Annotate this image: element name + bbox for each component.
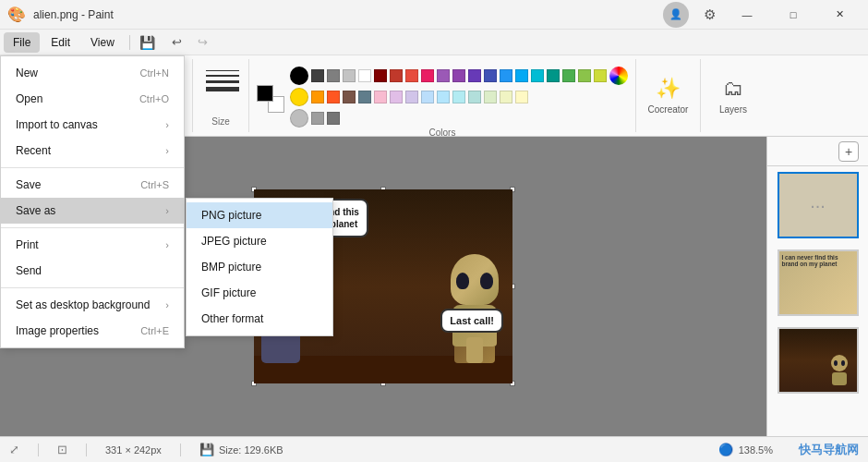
color-cyan-light[interactable] (452, 91, 465, 103)
save-bmp[interactable]: BMP picture (187, 254, 332, 280)
layer-item-2[interactable]: I can never find this brand on my planet (778, 249, 859, 316)
close-button[interactable]: ✕ (818, 0, 861, 30)
color-blue-gray[interactable] (358, 91, 371, 103)
color-light-gray[interactable] (343, 69, 356, 82)
maximize-button[interactable]: □ (772, 0, 814, 30)
status-divider-3 (180, 444, 181, 456)
save-jpeg[interactable]: JPEG picture (187, 228, 332, 254)
layer-2-text: I can never find this brand on my planet (782, 254, 854, 267)
save-gif[interactable]: GIF picture (187, 280, 332, 306)
color-lime-light[interactable] (500, 91, 512, 103)
color-pink[interactable] (421, 69, 434, 82)
color-teal-light[interactable] (468, 91, 481, 103)
color-purple-light[interactable] (390, 91, 403, 103)
menu-print[interactable]: Print › (1, 232, 184, 258)
set-desktop-label: Set as desktop background (16, 298, 150, 311)
menu-divider (129, 35, 130, 50)
dimensions-text: 331 × 242px (105, 444, 162, 456)
color-light-green[interactable] (578, 69, 591, 82)
layers-panel: + ··· I can never find this brand on my … (766, 137, 868, 436)
color-indigo[interactable] (484, 69, 497, 82)
new-shortcut: Ctrl+N (140, 67, 169, 79)
color-deep-orange[interactable] (327, 91, 340, 103)
cocreator-section[interactable]: ✨ Cocreator (636, 59, 701, 132)
color-rainbow-btn[interactable] (609, 67, 628, 85)
image-props-shortcut: Ctrl+E (140, 325, 169, 336)
layers-ribbon-section[interactable]: 🗂 Layers (701, 59, 766, 132)
save-png[interactable]: PNG picture (187, 202, 332, 228)
save-other[interactable]: Other format (187, 306, 332, 332)
alien-arms (454, 346, 495, 363)
zoom-section: 🔵 138.5% (718, 443, 773, 456)
color-violet[interactable] (437, 69, 450, 82)
undo-button[interactable]: ↩ (165, 31, 189, 54)
menu-image-properties[interactable]: Image properties Ctrl+E (1, 318, 184, 344)
resize-section: ⤢ (9, 443, 19, 456)
color-med-gray[interactable] (290, 109, 308, 128)
layer-item-1[interactable]: ··· (778, 172, 859, 238)
layer-item-3[interactable] (778, 327, 859, 394)
save-as-label: Save as (16, 204, 55, 217)
redo-button[interactable]: ↪ (191, 31, 215, 54)
color-row-2 (290, 88, 528, 106)
file-menu-divider-3 (1, 287, 184, 288)
menu-send[interactable]: Send (1, 258, 184, 284)
user-avatar[interactable]: 👤 (663, 2, 689, 28)
foreground-color-swatch[interactable] (257, 85, 273, 102)
status-divider-2 (86, 444, 87, 456)
color-gray[interactable] (327, 69, 340, 82)
layer-1-inner: ··· (779, 174, 857, 237)
color-brown[interactable] (343, 91, 356, 103)
color-red-dark[interactable] (390, 69, 403, 82)
color-gray2[interactable] (311, 112, 324, 125)
menu-open[interactable]: Open Ctrl+O (1, 86, 184, 112)
color-yellow[interactable] (290, 88, 308, 106)
menu-file[interactable]: File (4, 32, 40, 53)
color-red[interactable] (405, 69, 418, 82)
menu-save[interactable]: Save Ctrl+S (1, 172, 184, 198)
settings-icon[interactable]: ⚙ (696, 2, 722, 28)
color-dark-red[interactable] (374, 69, 387, 82)
color-light-blue-light[interactable] (437, 91, 450, 103)
color-lime[interactable] (594, 69, 607, 82)
color-teal[interactable] (547, 69, 560, 82)
color-blue[interactable] (500, 69, 512, 82)
size-line-3 (206, 80, 239, 83)
color-green[interactable] (562, 69, 575, 82)
color-pink-light[interactable] (374, 91, 387, 103)
color-blue-light[interactable] (421, 91, 434, 103)
l3-eye-r (841, 360, 845, 366)
set-desktop-chevron: › (165, 299, 169, 310)
color-deep-purple-light[interactable] (405, 91, 418, 103)
minimize-button[interactable]: — (726, 0, 768, 30)
size-label: Size (211, 116, 229, 128)
add-layer-button[interactable]: + (838, 141, 859, 162)
color-purple[interactable] (452, 69, 465, 82)
color-light-blue[interactable] (515, 69, 528, 82)
save-icon-btn[interactable]: 💾 (136, 31, 160, 54)
menu-save-as[interactable]: Save as › PNG picture JPEG picture BMP p… (1, 198, 184, 224)
color-gray3[interactable] (327, 112, 340, 125)
filesize-section: 💾 Size: 129.6KB (199, 443, 283, 456)
color-light-green-light[interactable] (484, 91, 497, 103)
size-line-1 (206, 70, 239, 71)
menu-edit[interactable]: Edit (42, 32, 79, 53)
color-row-3 (290, 109, 340, 128)
color-dark-gray[interactable] (311, 69, 324, 82)
layer-3-inner (779, 329, 857, 392)
color-yellow-light[interactable] (515, 91, 528, 103)
resize-icon: ⤢ (9, 443, 19, 456)
color-orange[interactable] (311, 91, 324, 103)
file-menu-divider-2 (1, 227, 184, 228)
menu-view[interactable]: View (81, 32, 124, 53)
color-deep-purple[interactable] (468, 69, 481, 82)
color-cyan[interactable] (531, 69, 544, 82)
menu-recent[interactable]: Recent › (1, 138, 184, 164)
color-white[interactable] (358, 69, 371, 82)
drink-glass (466, 337, 483, 363)
color-black[interactable] (290, 67, 308, 85)
menu-import-to-canvas[interactable]: Import to canvas › (1, 112, 184, 138)
menu-new[interactable]: New Ctrl+N (1, 60, 184, 86)
menu-set-desktop[interactable]: Set as desktop background › (1, 292, 184, 318)
menu-bar: File Edit View 💾 ↩ ↪ (0, 30, 868, 55)
